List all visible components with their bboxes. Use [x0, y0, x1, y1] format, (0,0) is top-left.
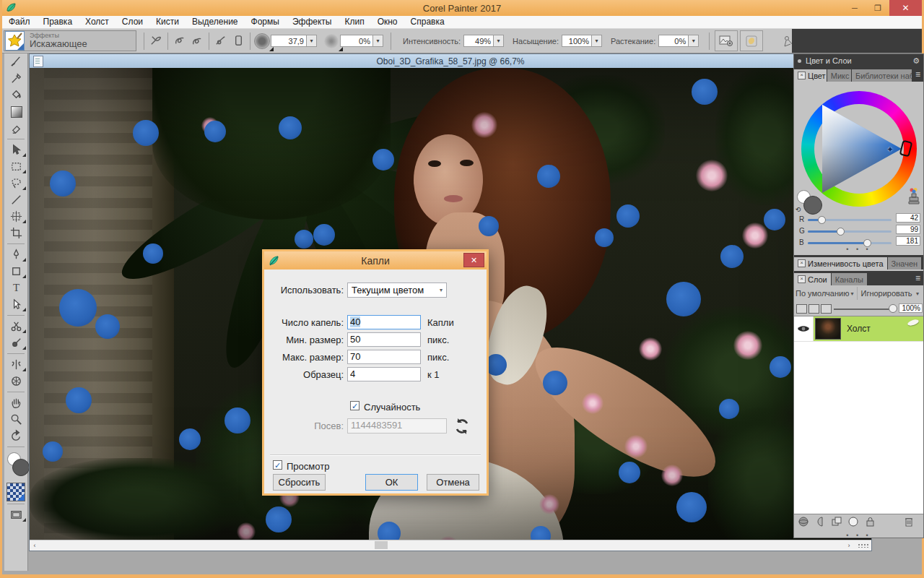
text-tool[interactable]: T [4, 280, 28, 296]
color-set-button[interactable] [740, 30, 763, 51]
menu-4[interactable]: Слои [116, 16, 149, 28]
color-tab-2[interactable]: Микс [827, 69, 851, 82]
color-swatches[interactable]: ⟲ [797, 190, 826, 215]
menu-1[interactable]: Файл [2, 16, 37, 28]
rgb-thumb[interactable] [818, 216, 826, 224]
prop-slider-value-2[interactable]: 100% [562, 35, 592, 47]
reset-button[interactable]: Сбросить [273, 474, 326, 491]
rgb-track[interactable] [808, 242, 892, 244]
prop-slider-dropdown-2[interactable]: ▾ [592, 35, 602, 47]
rgb-value[interactable]: 42 [896, 213, 920, 223]
menu-7[interactable]: Формы [245, 16, 286, 28]
seed-input[interactable]: 1144483591 [347, 418, 447, 434]
screen-mode-tool[interactable] [4, 506, 28, 523]
layer-row[interactable]: Холст [794, 316, 923, 342]
menu-5[interactable]: Кисти [149, 16, 186, 28]
field-input[interactable]: 4 [347, 367, 421, 381]
rect-select-tool[interactable] [4, 158, 28, 175]
preview-checkbox[interactable]: ✓ [273, 460, 282, 470]
opacity-slider[interactable] [834, 309, 893, 310]
menu-3[interactable]: Холст [79, 16, 116, 28]
prop-slider-value-1[interactable]: 49% [463, 35, 494, 47]
toolbox-color-swatches[interactable] [4, 449, 27, 481]
layer-visibility-toggle[interactable] [794, 316, 814, 341]
transform-tool[interactable] [4, 208, 28, 225]
dropper-tool[interactable] [4, 70, 28, 87]
rgb-value[interactable]: 181 [896, 236, 920, 246]
panel-bottom-dots[interactable]: • • • [794, 532, 923, 539]
cancel-button[interactable]: Отмена [427, 474, 479, 491]
lasso-tool[interactable] [4, 175, 28, 191]
prop-slider-value-3[interactable]: 0% [658, 35, 689, 47]
color-tab-3[interactable]: Библиотеки наб [852, 69, 912, 82]
mirror-painting-tool[interactable] [4, 356, 28, 373]
layers-tab-1[interactable]: ×Слои [794, 273, 831, 285]
eraser-tool[interactable] [4, 120, 28, 137]
half-circle-icon[interactable] [814, 516, 826, 530]
brush-selector[interactable]: Эффекты Искажающее [4, 30, 136, 51]
horizontal-scrollbar[interactable]: ‹ › [30, 540, 871, 551]
minimize-button[interactable]: ─ [843, 0, 866, 16]
tab-close-icon[interactable]: × [798, 72, 806, 79]
layer-adjuster-tool[interactable] [4, 142, 28, 158]
variability-tab-1[interactable]: ×Изменчивость цвета [794, 257, 887, 269]
panel-header[interactable]: Цвет и Слои ⚙ [794, 54, 923, 67]
paint-bucket-tool[interactable] [4, 87, 28, 103]
regenerate-seed-icon[interactable] [453, 418, 471, 435]
menu-11[interactable]: Справка [404, 16, 451, 28]
composite-method-select[interactable]: По умолчанию▾ [796, 287, 857, 300]
gradient-tool[interactable] [4, 103, 28, 120]
layers-tab-2[interactable]: Каналы [832, 273, 867, 285]
restore-button[interactable]: ❐ [866, 0, 889, 16]
menu-8[interactable]: Эффекты [286, 16, 339, 28]
dot-sampler-tool[interactable] [4, 335, 28, 351]
tab-close-icon[interactable]: × [798, 259, 806, 267]
swap-colors-icon[interactable]: ⟲ [796, 206, 801, 213]
document-titlebar[interactable]: Oboi_3D_Grafika_58_57.jpg @ 66,7% [30, 54, 871, 69]
rotate-page-tool[interactable] [4, 428, 28, 444]
rect-shape-tool[interactable] [4, 263, 28, 280]
panel-drag-dots[interactable]: • • • [794, 246, 923, 253]
composite-depth-select[interactable]: Игнорировать▾ [857, 287, 923, 300]
additional-color-swatch[interactable] [803, 196, 822, 215]
rounded-rect-icon[interactable] [230, 33, 247, 49]
scroll-right-arrow[interactable]: › [844, 540, 854, 550]
variability-tab-2[interactable]: Значен [888, 257, 922, 269]
brush-size-dropdown[interactable]: ▾ [307, 35, 317, 47]
menu-2[interactable]: Правка [37, 16, 79, 28]
line-select-tool[interactable] [4, 191, 28, 208]
randomness-checkbox[interactable]: ✓ [350, 401, 359, 410]
panel-collapse-dot[interactable] [798, 59, 801, 63]
menu-9[interactable]: Клип [338, 16, 370, 28]
panel-options-icon[interactable]: ≡ [912, 273, 923, 283]
feature-field[interactable]: 0% [340, 35, 373, 47]
scrollbar-thumb[interactable] [375, 541, 388, 549]
brush-size-field[interactable]: 37,9 [271, 35, 307, 47]
clone-source-button[interactable] [715, 30, 738, 51]
rgb-value[interactable]: 99 [896, 225, 920, 234]
pen-tool[interactable] [4, 246, 28, 263]
swirl-stroke-icon[interactable] [171, 33, 188, 49]
stacked-squares-icon[interactable] [831, 516, 842, 530]
dialog-titlebar[interactable]: Капли ✕ [264, 251, 487, 269]
field-input[interactable]: 70 [347, 350, 421, 364]
feature-dropdown[interactable]: ▾ [373, 35, 383, 47]
swirl-stroke2-icon[interactable] [188, 33, 206, 49]
close-button[interactable]: ✕ [889, 0, 922, 16]
dialog-close-button[interactable]: ✕ [463, 253, 484, 267]
layer-selected-area[interactable]: Холст [814, 316, 923, 341]
filled-circle-icon[interactable] [847, 516, 859, 530]
crop-tool[interactable] [4, 225, 28, 241]
brush-arc-icon[interactable] [212, 33, 230, 49]
opacity-value[interactable]: 100% [899, 303, 923, 313]
tab-close-icon[interactable]: × [798, 275, 806, 283]
paper-selector[interactable] [6, 483, 25, 501]
kaleidoscope-tool[interactable] [4, 373, 28, 389]
rgb-track[interactable] [808, 230, 892, 233]
use-select[interactable]: Текущим цветом▾ [347, 282, 447, 298]
field-input[interactable]: 50 [347, 332, 421, 347]
stamp-icon[interactable] [906, 187, 922, 206]
brush-crossed-icon[interactable] [147, 33, 165, 49]
field-input[interactable]: 40 [347, 315, 421, 329]
color-tab-1[interactable]: ×Цвет [794, 69, 827, 82]
